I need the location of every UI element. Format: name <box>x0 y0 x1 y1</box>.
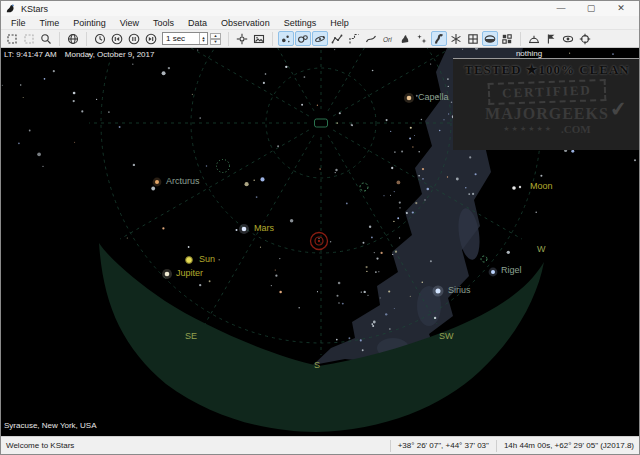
stars-icon <box>280 33 292 45</box>
menu-item-time[interactable]: Time <box>33 17 67 29</box>
toolbar-separator <box>272 32 277 46</box>
zoom-to-fit-button[interactable] <box>4 31 20 46</box>
label-sirius: Sirius <box>448 285 471 295</box>
pointing-focus-button[interactable] <box>234 31 250 46</box>
constellation-names-icon: Ori <box>382 33 394 45</box>
sirius-marker[interactable] <box>436 289 441 294</box>
kstars-app-icon <box>5 3 16 14</box>
menu-item-settings[interactable]: Settings <box>277 17 324 29</box>
local-date: Monday, October 9, 2017 <box>65 50 155 59</box>
magnifier-icon <box>40 33 52 45</box>
sky-map[interactable]: LT: 9:41:47 AMMonday, October 9, 2017 no… <box>1 48 640 438</box>
target-move-icon <box>236 33 248 45</box>
zoom-region-button[interactable] <box>21 31 37 46</box>
constellation-lines-icon <box>331 33 343 45</box>
toggle-constellation-lines-button[interactable] <box>329 31 345 46</box>
label-moon: Moon <box>530 181 553 191</box>
toggle-milky-way-button[interactable] <box>431 31 447 46</box>
set-time-button[interactable] <box>92 31 108 46</box>
toggle-milky-way-contour-button[interactable] <box>397 31 413 46</box>
status-equatorial-coords: 14h 44m 00s, +62° 29' 05" (J2017.8) <box>496 440 640 452</box>
label-rigel: Rigel <box>501 265 522 275</box>
timestep-value: 1 sec <box>163 34 199 43</box>
set-geographic-location-button[interactable] <box>65 31 81 46</box>
menu-item-pointing[interactable]: Pointing <box>66 17 113 29</box>
pause-icon <box>128 33 140 45</box>
telescope-crosshair-button[interactable] <box>577 31 593 46</box>
horizontal-grid-icon <box>467 33 479 45</box>
color-scheme-button[interactable] <box>499 31 515 46</box>
supernova-icon <box>416 33 428 45</box>
focus-infobox[interactable]: nothing <box>469 49 589 58</box>
mars-marker[interactable] <box>242 227 247 232</box>
time-step-back-button[interactable] <box>109 31 125 46</box>
export-sky-image-button[interactable] <box>251 31 267 46</box>
watermark-title: TESTED ★100% CLEAN <box>453 62 640 78</box>
milkyway-bird-icon <box>399 33 411 45</box>
toggle-ground-button[interactable] <box>482 31 498 46</box>
toolbar-separator <box>520 32 525 46</box>
titlebar[interactable]: KStars — ▢ ✕ <box>1 1 639 16</box>
time-infobox[interactable]: LT: 9:41:47 AMMonday, October 9, 2017 <box>4 50 154 59</box>
comet-marker <box>360 183 368 191</box>
menu-item-observation[interactable]: Observation <box>214 17 277 29</box>
step-forward-icon <box>145 33 157 45</box>
menu-item-help[interactable]: Help <box>323 17 356 29</box>
toggle-flags-button[interactable] <box>543 31 559 46</box>
toggle-supernovae-button[interactable] <box>414 31 430 46</box>
compass-label-se: SE <box>185 331 197 341</box>
window-title: KStars <box>21 4 48 14</box>
menu-item-tools[interactable]: Tools <box>146 17 181 29</box>
toggle-solar-system-button[interactable] <box>312 31 328 46</box>
majorgeeks-watermark: TESTED ★100% CLEAN CERTIFIED ✔ MAJORGEEK… <box>453 58 640 150</box>
mars-marker[interactable] <box>236 229 238 231</box>
time-step-forward-button[interactable] <box>143 31 159 46</box>
location-infobox[interactable]: Syracuse, New York, USA <box>4 421 96 430</box>
eyepiece-view-button[interactable] <box>560 31 576 46</box>
toggle-horizontal-grid-button[interactable] <box>465 31 481 46</box>
compass-label-s: S <box>314 360 320 370</box>
menu-item-view[interactable]: View <box>113 17 146 29</box>
sun-marker[interactable] <box>186 257 193 264</box>
menu-item-data[interactable]: Data <box>181 17 214 29</box>
local-time: LT: 9:41:47 AM <box>4 50 57 59</box>
close-button[interactable]: ✕ <box>615 2 627 15</box>
watermark-stars: ★★★★★★ <box>503 125 553 133</box>
toggle-constellation-names-button[interactable]: Ori <box>380 31 396 46</box>
timestep-dropdown[interactable]: ▲▼ <box>199 33 207 44</box>
select-dashed-icon <box>23 33 35 45</box>
capella-marker[interactable] <box>407 96 412 101</box>
eye-icon <box>562 33 574 45</box>
step-back-icon <box>111 33 123 45</box>
label-arcturus: Arcturus <box>166 176 200 186</box>
jupiter-marker[interactable] <box>165 272 170 277</box>
toggle-stars-button[interactable] <box>278 31 294 46</box>
moon-marker[interactable] <box>512 186 516 190</box>
solarsystem-icon <box>314 33 326 45</box>
nebula-marker <box>481 256 487 262</box>
menu-item-file[interactable]: File <box>4 17 33 29</box>
deepsky-icon <box>297 33 309 45</box>
maximize-button[interactable]: ▢ <box>585 2 597 15</box>
toolbar-separator <box>59 32 64 46</box>
observatory-dome-button[interactable] <box>526 31 542 46</box>
ground-icon <box>484 33 496 45</box>
minimize-button[interactable]: — <box>555 2 567 15</box>
toggle-constellation-art-button[interactable] <box>363 31 379 46</box>
toggle-equatorial-grid-button[interactable] <box>448 31 464 46</box>
toggle-deep-sky-objects-button[interactable] <box>295 31 311 46</box>
toggle-constellation-boundaries-button[interactable] <box>346 31 362 46</box>
timestep-combobox[interactable]: 1 sec▲▼ <box>162 32 208 45</box>
menu-bar: FileTimePointingViewToolsDataObservation… <box>1 16 639 30</box>
time-pause-button[interactable] <box>126 31 142 46</box>
rigel-marker[interactable] <box>491 270 495 274</box>
watermark-check-icon: ✔ <box>609 96 628 122</box>
milkyway-swoosh-icon <box>433 33 445 45</box>
dome-icon <box>528 33 540 45</box>
timestep-decrease-button[interactable]: ▼ <box>210 39 221 45</box>
moon-marker[interactable] <box>519 186 521 188</box>
find-object-button[interactable] <box>38 31 54 46</box>
kstars-window: KStars — ▢ ✕ FileTimePointingViewToolsDa… <box>0 0 640 455</box>
arcturus-marker[interactable] <box>155 180 159 184</box>
globe-icon <box>67 33 79 45</box>
